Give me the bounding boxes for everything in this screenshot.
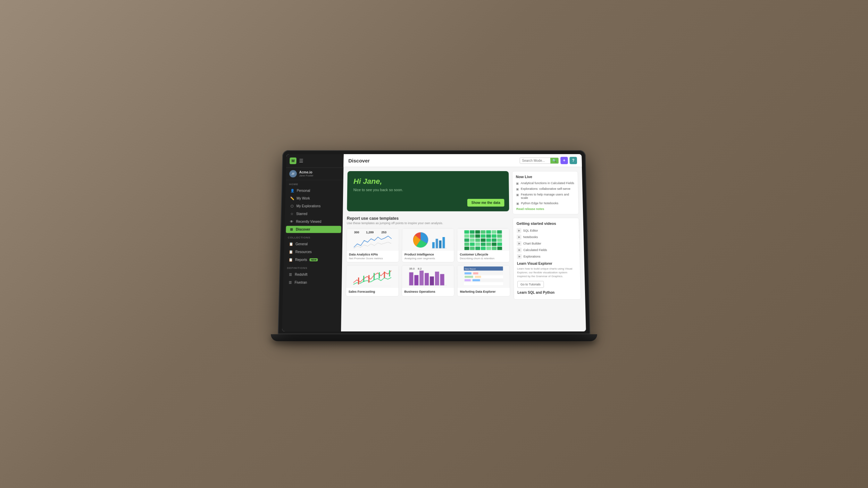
video-item-calc[interactable]: ▶ Calculated Fields bbox=[517, 247, 576, 252]
template-info-bizops: Business Operations bbox=[402, 288, 454, 296]
template-name-marketing: Marketing Data Explorer bbox=[460, 290, 508, 293]
template-preview-kpi: 300 1,289 253 bbox=[347, 229, 399, 251]
now-live-section: Now Live ▣ Analytical functions in Calcu… bbox=[512, 171, 579, 214]
getting-started-title: Getting started videos bbox=[516, 221, 575, 226]
svg-rect-60 bbox=[440, 274, 444, 286]
user-info: Acme.io Jane Foster bbox=[299, 170, 314, 177]
templates-grid: 300 1,289 253 Data Analytics KP bbox=[346, 228, 510, 297]
svg-rect-34 bbox=[486, 243, 491, 246]
show-data-button[interactable]: Show me the data bbox=[467, 199, 504, 207]
redshift-icon: ☰ bbox=[288, 273, 292, 277]
lifecycle-chart bbox=[457, 229, 509, 251]
svg-text:253: 253 bbox=[381, 230, 386, 234]
template-card-bizops[interactable]: 35.0 8.2 bbox=[401, 265, 454, 297]
svg-rect-25 bbox=[475, 238, 480, 242]
search-input[interactable] bbox=[520, 158, 551, 163]
svg-rect-40 bbox=[481, 247, 486, 250]
hero-greeting: Hi Jane, bbox=[353, 177, 503, 186]
svg-rect-59 bbox=[435, 272, 439, 286]
sidebar-item-recently-viewed[interactable]: 👁 Recently Viewed bbox=[286, 218, 341, 225]
new-badge: NEW bbox=[309, 258, 318, 261]
video-item-sql[interactable]: ▶ SQL Editor bbox=[517, 228, 576, 233]
starred-icon: ☆ bbox=[290, 212, 294, 216]
live-icon-2: ▣ bbox=[516, 187, 519, 191]
sidebar-item-general[interactable]: 📋 General bbox=[285, 241, 341, 248]
sidebar-item-label: Fivetran bbox=[294, 280, 307, 284]
user-name: Acme.io bbox=[299, 170, 314, 174]
discover-icon: ⊞ bbox=[289, 228, 293, 232]
search-button[interactable]: 🔍 bbox=[550, 158, 559, 163]
svg-rect-43 bbox=[497, 247, 502, 250]
template-desc-product: Analyzing user segments bbox=[404, 257, 452, 260]
main-content: Discover 🔍 + ? bbox=[341, 154, 586, 331]
svg-rect-26 bbox=[481, 238, 486, 242]
template-card-product[interactable]: Product Intelligence Analyzing user segm… bbox=[402, 228, 454, 262]
svg-rect-15 bbox=[497, 230, 502, 234]
help-button[interactable]: ? bbox=[569, 157, 577, 164]
definitions-section-label: DEFINITIONS bbox=[284, 264, 342, 271]
sidebar-item-starred[interactable]: ☆ Starred bbox=[286, 210, 341, 217]
svg-text:New Report: New Report bbox=[465, 268, 476, 270]
now-live-title: Now Live bbox=[516, 175, 575, 179]
sidebar-item-explorations[interactable]: ⬡ My Explorations bbox=[286, 203, 342, 210]
template-name-kpi: Data Analytics KPIs bbox=[349, 253, 396, 256]
new-reports-icon: 📋 bbox=[289, 258, 293, 262]
laptop-base bbox=[271, 334, 597, 341]
live-item-1[interactable]: ▣ Analytical functions in Calculated Fie… bbox=[516, 182, 575, 185]
template-card-sales[interactable]: Sales Forecasting bbox=[346, 265, 399, 297]
svg-rect-4 bbox=[432, 242, 435, 249]
sidebar-item-resources[interactable]: 📋 Resources bbox=[285, 248, 341, 255]
kpi-chart: 300 1,289 253 bbox=[347, 229, 399, 251]
svg-rect-11 bbox=[475, 230, 480, 234]
live-item-4[interactable]: ▣ Python Edge for Notebooks bbox=[516, 202, 575, 205]
sidebar-item-personal[interactable]: 👤 Personal bbox=[287, 187, 342, 194]
menu-icon[interactable]: ☰ bbox=[299, 158, 303, 163]
template-preview-bizops: 35.0 8.2 bbox=[402, 266, 454, 288]
template-card-lifecycle[interactable]: Customer Lifecycle Describing churn & re… bbox=[457, 228, 510, 262]
svg-rect-70 bbox=[473, 272, 478, 275]
learn-sql-title: Learn SQL and Python bbox=[517, 291, 577, 294]
video-item-explore[interactable]: ▶ Explorations bbox=[517, 254, 576, 259]
svg-rect-27 bbox=[486, 238, 491, 242]
search-wrap: 🔍 bbox=[520, 157, 559, 163]
live-item-label-3: Features to help manage users and scale bbox=[521, 193, 575, 200]
sales-chart bbox=[346, 266, 399, 288]
live-item-3[interactable]: ▣ Features to help manage users and scal… bbox=[516, 193, 575, 200]
template-name-lifecycle: Customer Lifecycle bbox=[460, 253, 507, 256]
tutorials-button[interactable]: Go to Tutorials bbox=[517, 281, 544, 288]
video-icon-explore: ▶ bbox=[517, 254, 522, 259]
learn-sql-section: Learn SQL and Python bbox=[517, 291, 577, 294]
general-icon: 📋 bbox=[289, 242, 293, 246]
sidebar-item-mywork[interactable]: ✏️ My Work bbox=[287, 195, 342, 202]
sidebar-item-label: My Work bbox=[297, 196, 310, 200]
template-card-kpi[interactable]: 300 1,289 253 Data Analytics KP bbox=[346, 228, 399, 262]
read-release-notes-link[interactable]: Read release notes bbox=[516, 207, 575, 211]
sidebar: M ☰ JF Acme.io Jane Foster HOME 👤 Person… bbox=[282, 154, 344, 331]
sidebar-item-fivetran[interactable]: ☰ Fivetran bbox=[284, 279, 340, 286]
svg-rect-12 bbox=[481, 230, 486, 234]
template-name-bizops: Business Operations bbox=[404, 290, 452, 293]
page-title: Discover bbox=[348, 158, 370, 163]
live-item-2[interactable]: ▣ Explorations: collaborative self-serve bbox=[516, 187, 575, 191]
avatar: JF bbox=[289, 170, 297, 177]
sidebar-item-discover[interactable]: ⊞ Discover bbox=[286, 226, 341, 233]
video-icon-chart: ▶ bbox=[517, 241, 521, 246]
sidebar-item-new-reports[interactable]: 📋 Reports NEW bbox=[285, 256, 341, 263]
sidebar-item-label: Personal bbox=[297, 189, 310, 193]
svg-rect-68 bbox=[464, 282, 503, 285]
svg-rect-39 bbox=[475, 247, 480, 250]
svg-rect-71 bbox=[465, 276, 473, 278]
sidebar-item-redshift[interactable]: ☰ Redshift bbox=[285, 271, 341, 278]
mywork-icon: ✏️ bbox=[290, 196, 294, 200]
template-info-lifecycle: Customer Lifecycle Describing churn & re… bbox=[457, 251, 509, 262]
svg-rect-10 bbox=[470, 230, 475, 234]
template-card-marketing[interactable]: New Report bbox=[457, 265, 510, 297]
collections-section-label: COLLECTIONS bbox=[284, 233, 343, 240]
add-button[interactable]: + bbox=[560, 157, 568, 164]
sidebar-item-label: Recently Viewed bbox=[296, 220, 321, 224]
video-label-explore: Explorations bbox=[524, 255, 541, 258]
video-label-notebooks: Notebooks bbox=[523, 235, 538, 239]
video-item-notebooks[interactable]: ▶ Notebooks bbox=[517, 235, 576, 239]
learn-section: Learn Visual Explorer Learn how to build… bbox=[517, 262, 577, 288]
video-item-chart[interactable]: ▶ Chart Builder bbox=[517, 241, 576, 246]
